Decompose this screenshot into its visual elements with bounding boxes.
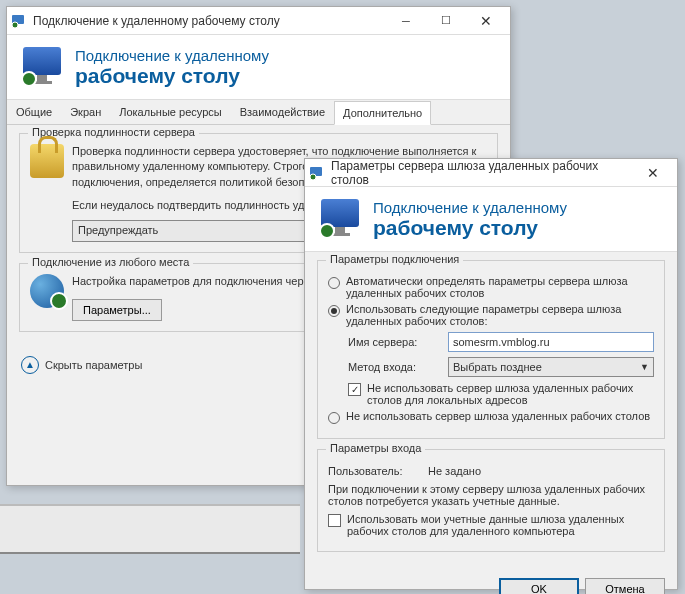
window-title: Подключение к удаленному рабочему столу	[33, 14, 386, 28]
banner-line1: Подключение к удаленному	[75, 47, 269, 64]
checkbox-icon: ✓	[348, 383, 361, 396]
logon-text: При подключении к этому серверу шлюза уд…	[328, 483, 654, 507]
tab-general[interactable]: Общие	[7, 100, 61, 124]
group-connection-params: Параметры подключения Автоматически опре…	[317, 260, 665, 439]
svg-point-1	[12, 22, 18, 28]
group-title: Подключение из любого места	[28, 256, 193, 268]
server-input[interactable]: somesrm.vmblog.ru	[448, 332, 654, 352]
tab-advanced[interactable]: Дополнительно	[334, 101, 431, 125]
banner-line2: рабочему столу	[75, 64, 269, 88]
cancel-button[interactable]: Отмена	[585, 578, 665, 594]
gateway-settings-window: Параметры сервера шлюза удаленных рабочи…	[304, 158, 678, 590]
method-label: Метод входа:	[348, 361, 448, 373]
window-controls: ✕	[633, 160, 673, 186]
background-strip	[0, 504, 300, 554]
group-title: Параметры входа	[326, 442, 425, 454]
rdp-logo-icon	[21, 45, 65, 89]
user-label: Пользователь:	[328, 465, 428, 477]
checkbox-share-creds[interactable]: Использовать мои учетные данные шлюза уд…	[328, 513, 654, 537]
close-button[interactable]: ✕	[633, 160, 673, 186]
radio-icon	[328, 412, 340, 424]
group-title: Параметры подключения	[326, 253, 463, 265]
titlebar[interactable]: Параметры сервера шлюза удаленных рабочи…	[305, 159, 677, 187]
content-area: Параметры подключения Автоматически опре…	[305, 252, 677, 570]
window-title: Параметры сервера шлюза удаленных рабочи…	[331, 159, 633, 187]
window-controls: ─ ☐ ✕	[386, 8, 506, 34]
rdp-logo-icon	[319, 197, 363, 241]
radio-icon	[328, 305, 340, 317]
radio-auto-detect[interactable]: Автоматически определять параметры серве…	[328, 275, 654, 299]
app-icon	[11, 13, 27, 29]
banner: Подключение к удаленному рабочему столу	[7, 35, 510, 100]
user-value: Не задано	[428, 465, 481, 477]
minimize-button[interactable]: ─	[386, 8, 426, 34]
button-row: OK Отмена	[305, 570, 677, 594]
tab-display[interactable]: Экран	[61, 100, 110, 124]
maximize-button[interactable]: ☐	[426, 8, 466, 34]
svg-point-3	[310, 174, 316, 180]
ok-button[interactable]: OK	[499, 578, 579, 594]
radio-icon	[328, 277, 340, 289]
app-icon	[309, 165, 325, 181]
tabs: Общие Экран Локальные ресурсы Взаимодейс…	[7, 100, 510, 125]
checkbox-bypass-local[interactable]: ✓ Не использовать сервер шлюза удаленных…	[348, 382, 654, 406]
close-button[interactable]: ✕	[466, 8, 506, 34]
radio-dont-use[interactable]: Не использовать сервер шлюза удаленных р…	[328, 410, 654, 424]
server-label: Имя сервера:	[348, 336, 448, 348]
lock-icon	[30, 144, 64, 178]
banner: Подключение к удаленному рабочему столу	[305, 187, 677, 252]
chevron-up-icon: ▲	[21, 356, 39, 374]
tab-local-resources[interactable]: Локальные ресурсы	[110, 100, 230, 124]
banner-line1: Подключение к удаленному	[373, 199, 567, 216]
method-select[interactable]: Выбрать позднее ▼	[448, 357, 654, 377]
radio-use-settings[interactable]: Использовать следующие параметры сервера…	[328, 303, 654, 327]
globe-icon	[30, 274, 64, 308]
chevron-down-icon: ▼	[640, 362, 649, 372]
banner-line2: рабочему столу	[373, 216, 567, 240]
tab-experience[interactable]: Взаимодействие	[231, 100, 334, 124]
settings-button[interactable]: Параметры...	[72, 299, 162, 321]
group-logon-params: Параметры входа Пользователь: Не задано …	[317, 449, 665, 552]
checkbox-icon	[328, 514, 341, 527]
titlebar[interactable]: Подключение к удаленному рабочему столу …	[7, 7, 510, 35]
